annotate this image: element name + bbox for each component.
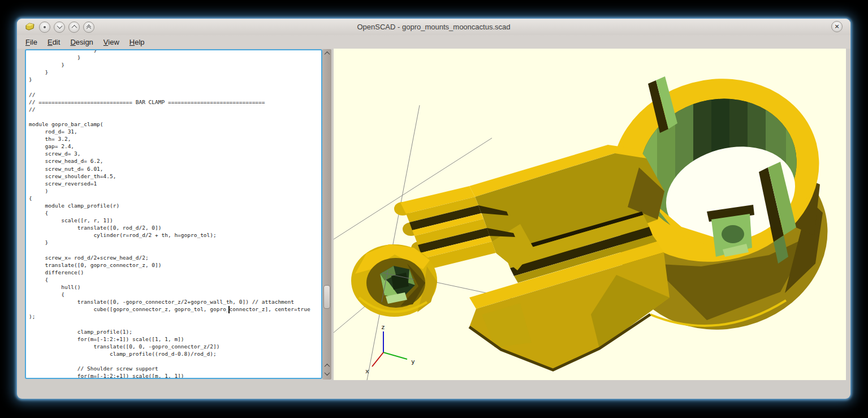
text-cursor xyxy=(228,306,230,313)
code-editor[interactable]: } } } } } // // ========================… xyxy=(25,49,322,379)
desktop-background: OpenSCAD - gopro_mounts_mooncactus.scad … xyxy=(0,0,868,418)
scrollbar-thumb[interactable] xyxy=(323,285,330,309)
app-icon[interactable] xyxy=(25,22,36,32)
world-axis-line-z xyxy=(367,105,420,380)
keep-above-button[interactable] xyxy=(83,21,94,33)
render-canvas: z y x xyxy=(334,49,846,380)
menubar: FileEditDesignViewHelp xyxy=(17,35,850,49)
maximize-button[interactable] xyxy=(68,21,80,33)
scroll-down-icon[interactable] xyxy=(325,372,329,376)
chevron-down-icon xyxy=(57,23,62,29)
model-connector-cylinder xyxy=(351,244,437,317)
chevron-up-icon xyxy=(71,25,77,31)
axis-label-z: z xyxy=(381,324,385,331)
pin-button[interactable] xyxy=(39,21,50,33)
double-chevron-up-icon xyxy=(87,24,90,29)
model-arm xyxy=(469,145,670,370)
close-button[interactable]: × xyxy=(831,21,843,32)
axis-label-x: x xyxy=(365,368,369,375)
window-title: OpenSCAD - gopro_mounts_mooncactus.scad xyxy=(17,23,850,31)
titlebar[interactable]: OpenSCAD - gopro_mounts_mooncactus.scad … xyxy=(17,19,850,35)
code-text[interactable]: } } } } } // // ========================… xyxy=(26,49,321,379)
minimize-button[interactable] xyxy=(54,21,65,33)
openscad-window: OpenSCAD - gopro_mounts_mooncactus.scad … xyxy=(17,19,850,399)
menu-view[interactable]: View xyxy=(98,37,124,48)
menu-edit[interactable]: Edit xyxy=(42,37,65,48)
menu-design[interactable]: Design xyxy=(65,37,98,48)
scroll-up-icon[interactable] xyxy=(325,51,329,55)
axis-label-y: y xyxy=(411,358,415,365)
pin-icon xyxy=(44,26,46,28)
menu-file[interactable]: File xyxy=(20,37,42,48)
editor-scrollbar[interactable] xyxy=(322,49,331,380)
main-area: } } } } } // // ========================… xyxy=(17,49,850,380)
scroll-up2-icon[interactable] xyxy=(325,364,329,368)
menu-help[interactable]: Help xyxy=(124,37,150,48)
3d-viewport[interactable]: z y x xyxy=(334,49,846,380)
